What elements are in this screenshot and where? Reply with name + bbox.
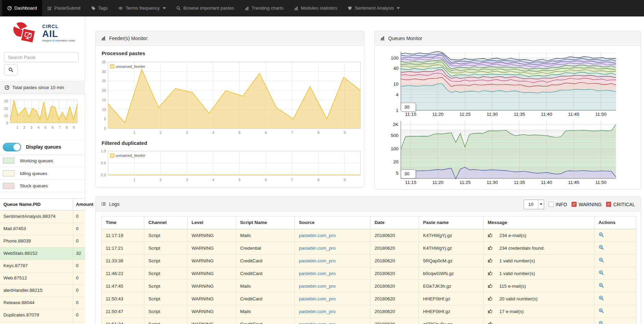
source-link[interactable]: pastebin.com_pro <box>299 284 336 289</box>
source-link[interactable]: pastebin.com_pro <box>299 246 336 251</box>
log-time: 11:50:47 <box>102 305 144 318</box>
filter-critical[interactable]: ✓CRITICAL <box>606 202 635 207</box>
caret-down-icon <box>397 7 400 9</box>
zoom-in-icon[interactable] <box>599 257 604 263</box>
thumbs-up-icon <box>488 321 493 324</box>
nav-trending-charts[interactable]: Trending charts <box>239 0 289 16</box>
filter-label: CRITICAL <box>613 202 635 207</box>
zoom-in-icon[interactable] <box>599 283 604 288</box>
eye-icon <box>118 6 123 11</box>
tag-icon <box>91 6 96 11</box>
log-message: 17 e-mail(s) <box>484 305 594 318</box>
zoom-in-icon[interactable] <box>599 232 604 238</box>
log-level: WARNING <box>187 292 236 305</box>
svg-text:1: 1 <box>16 125 18 129</box>
nav-modules-statistics[interactable]: Modules statistics <box>289 0 343 16</box>
svg-text:11:35: 11:35 <box>514 180 525 185</box>
logs-table-header-row: TimeChannelLevelScript NameSourceDatePas… <box>102 216 636 229</box>
svg-text:11:50: 11:50 <box>595 112 606 117</box>
log-date: 20180620 <box>370 229 419 242</box>
source-link[interactable]: pastebin.com_pro <box>299 233 336 238</box>
log-date: 20180620 <box>370 280 419 292</box>
nav-tags[interactable]: Tags <box>86 0 113 16</box>
filtered-duplicated-chart: 0.00.51.0123456789 <box>98 146 362 186</box>
log-message: 234 credentials found. <box>484 242 594 254</box>
log-row: 11:50:47ScriptWARNINGMailspastebin.com_p… <box>102 305 636 318</box>
svg-text:7: 7 <box>291 130 293 135</box>
mini-pastes-chart: 0102030123456789 <box>0 96 85 132</box>
log-actions <box>594 254 636 267</box>
source-link[interactable]: pastebin.com_pro <box>299 296 336 301</box>
log-source: pastebin.com_pro <box>295 318 370 324</box>
zoom-in-icon[interactable] <box>599 295 604 301</box>
svg-text:11:30: 11:30 <box>487 112 498 117</box>
svg-text:0.5: 0.5 <box>101 161 106 165</box>
legend-swatch <box>3 158 14 164</box>
search-paste-input[interactable] <box>4 52 79 62</box>
queue-amount: 0 <box>76 214 79 219</box>
log-time: 11:51:34 <box>102 318 144 324</box>
checkbox-checked-icon[interactable]: ✓ <box>606 202 611 207</box>
source-link[interactable]: pastebin.com_pro <box>299 322 336 324</box>
col-header-date: Date <box>370 216 419 229</box>
search-button[interactable] <box>4 64 18 75</box>
zoom-in-icon[interactable] <box>599 270 604 276</box>
log-source: pastebin.com_pro <box>295 229 370 242</box>
thumbs-up-icon <box>488 245 493 251</box>
nav-sentiment-analysis[interactable]: Sentiment Analysis <box>342 0 405 16</box>
log-level: WARNING <box>187 242 236 254</box>
nav-dashboard[interactable]: Dashboard <box>2 0 42 16</box>
filter-info[interactable]: INFO <box>549 202 567 207</box>
col-header-level: Level <box>187 216 236 229</box>
feeder-monitor-title: Feeder(s) Monitor: <box>109 36 148 41</box>
svg-text:2: 2 <box>160 178 162 182</box>
nav-terms-frequency[interactable]: Terms frequency <box>113 0 171 16</box>
svg-text:1: 1 <box>133 130 135 135</box>
thumbs-up-icon <box>488 296 493 301</box>
column-divider <box>73 223 73 235</box>
svg-text:5: 5 <box>44 125 47 129</box>
nav-browse-important-pastes[interactable]: Browse important pastes <box>171 0 239 16</box>
queue-table-header: Queue Name.PID Amount <box>0 198 85 211</box>
svg-text:10: 10 <box>393 82 398 87</box>
zoom-in-icon[interactable] <box>599 245 604 250</box>
thumbs-up-icon <box>488 283 493 289</box>
svg-text:5: 5 <box>396 171 398 176</box>
display-queues-toggle[interactable] <box>3 143 21 151</box>
queue-name: Mail.87453 <box>3 226 26 231</box>
logs-panel: Logs 10 INFO✓WARNING✓CRITICAL TimeChanne… <box>95 197 641 324</box>
page-size-select[interactable]: 10 <box>524 200 544 209</box>
source-link[interactable]: pastebin.com_pro <box>299 258 336 263</box>
svg-text:6: 6 <box>265 130 267 135</box>
log-time: 11:33:38 <box>102 254 144 267</box>
zoom-in-icon[interactable] <box>599 321 604 324</box>
filter-warning[interactable]: ✓WARNING <box>571 202 602 207</box>
queue-amount: 0 <box>76 312 79 317</box>
log-time: 11:17:19 <box>102 229 144 242</box>
svg-text:5: 5 <box>238 178 240 182</box>
log-script: Mails <box>236 305 295 318</box>
legend-working-queues: Working queues <box>0 154 85 167</box>
log-script: Mails <box>236 229 295 242</box>
ail-logo-icon <box>10 21 40 45</box>
queue-amount: 0 <box>76 275 79 281</box>
svg-text:40: 40 <box>393 66 398 71</box>
svg-text:3: 3 <box>186 178 188 182</box>
roll-period-input-bottom[interactable]: 30 <box>401 170 416 178</box>
queue-name: Web.87512 <box>3 275 27 281</box>
nav-pastesubmit[interactable]: PasteSubmit <box>42 0 86 16</box>
column-divider <box>73 322 73 324</box>
svg-text:500: 500 <box>391 133 398 138</box>
zoom-in-icon[interactable] <box>599 308 604 314</box>
roll-period-input-top[interactable]: 30 <box>401 103 416 112</box>
col-header-source: Source <box>295 216 370 229</box>
log-date: 20180620 <box>370 318 419 324</box>
queue-table-body: SentimentAnalysis.883740Mail.874530Phone… <box>0 211 85 324</box>
queue-name: Phone.88039 <box>3 238 31 244</box>
log-channel: Script <box>144 254 187 267</box>
checkbox-icon[interactable] <box>549 202 554 207</box>
source-link[interactable]: pastebin.com_pro <box>299 309 336 314</box>
source-link[interactable]: pastebin.com_pro <box>299 271 336 276</box>
svg-text:20: 20 <box>102 88 106 92</box>
checkbox-checked-icon[interactable]: ✓ <box>571 202 577 207</box>
